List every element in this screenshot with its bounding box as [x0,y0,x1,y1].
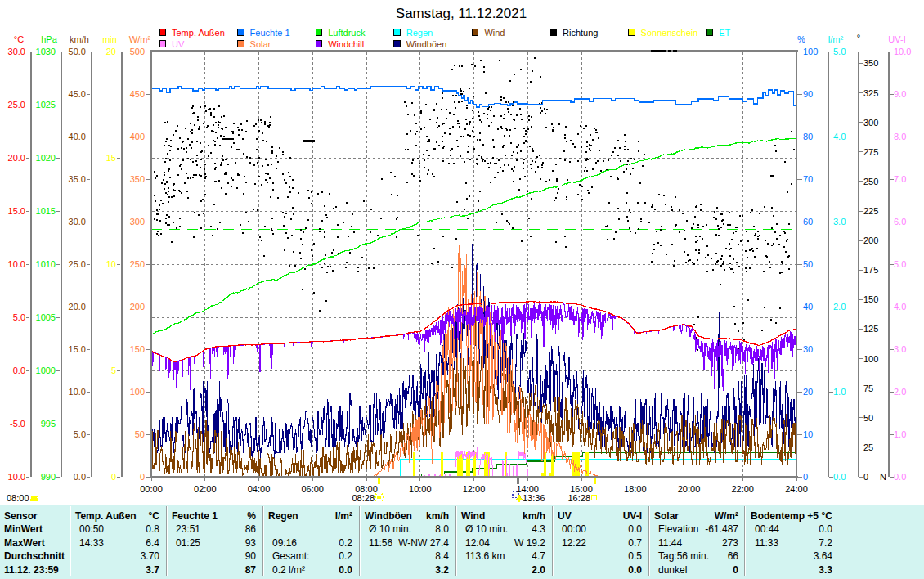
svg-text:Tag:56 min.: Tag:56 min. [658,550,709,562]
svg-text:100: 100 [803,47,818,56]
svg-text:min: min [102,34,117,44]
svg-text:30: 30 [803,344,813,354]
svg-text:8.0: 8.0 [894,132,906,141]
svg-text:15.0: 15.0 [8,206,25,216]
svg-text:90: 90 [245,550,257,562]
svg-text:20.0: 20.0 [8,153,25,163]
svg-text:1.0: 1.0 [833,387,846,397]
svg-text:275: 275 [863,147,878,157]
svg-text:04:00: 04:00 [248,484,271,494]
svg-text:80: 80 [803,132,813,141]
svg-text:40: 40 [803,302,813,312]
svg-text:35.0: 35.0 [69,174,86,184]
svg-text:3.64: 3.64 [814,550,833,562]
svg-text:450: 450 [130,89,145,99]
svg-text:Solar: Solar [654,510,679,522]
svg-text:Temp. Außen: Temp. Außen [172,28,225,38]
svg-text:Samstag, 11.12.2021: Samstag, 11.12.2021 [396,6,527,21]
svg-text:60: 60 [803,217,813,227]
svg-text:11:56: 11:56 [369,537,392,549]
svg-text:86: 86 [245,523,257,535]
svg-text:Regen: Regen [268,510,298,522]
svg-text:20: 20 [106,47,116,56]
svg-text:0: 0 [803,472,808,482]
svg-text:0: 0 [863,472,868,482]
svg-text:10: 10 [106,259,116,269]
svg-text:0: 0 [140,472,145,482]
svg-text:25.0: 25.0 [8,100,25,110]
svg-text:23:51: 23:51 [176,523,200,535]
svg-text:Gesamt:: Gesamt: [272,550,309,562]
svg-text:Regen: Regen [406,28,433,38]
svg-text:Feuchte 1: Feuchte 1 [250,28,290,38]
svg-text:Richtung: Richtung [563,28,598,38]
svg-text:hPa: hPa [41,34,57,44]
svg-text:N: N [880,472,886,482]
svg-text:Wind: Wind [484,28,505,38]
svg-text:25: 25 [863,442,873,452]
svg-text:10:00: 10:00 [409,484,432,494]
svg-text:18:00: 18:00 [624,484,647,494]
svg-text:02:00: 02:00 [194,484,217,494]
svg-text:1010: 1010 [36,259,56,269]
svg-text:70: 70 [803,174,813,184]
svg-text:10: 10 [803,429,813,439]
svg-text:400: 400 [130,132,145,141]
svg-text:W-NW 27.4: W-NW 27.4 [398,537,449,549]
svg-text:10.0: 10.0 [894,47,911,56]
svg-text:dunkel: dunkel [658,564,687,576]
svg-text:0.0: 0.0 [13,366,25,375]
svg-text:Windchill: Windchill [328,39,364,49]
svg-text:-61.487: -61.487 [705,523,738,535]
svg-text:13:36: 13:36 [523,493,545,503]
svg-text:5.0: 5.0 [833,47,846,56]
svg-text:350: 350 [130,174,145,184]
svg-text:UV-I: UV-I [888,34,905,44]
svg-text:25.0: 25.0 [69,259,86,269]
svg-text:00:00: 00:00 [140,484,163,494]
svg-text:Wind: Wind [461,510,485,522]
svg-text:0.0: 0.0 [833,472,846,482]
svg-text:12:00: 12:00 [463,484,486,494]
svg-text:0: 0 [111,472,116,482]
svg-text:°C: °C [149,510,160,522]
svg-text:2.0: 2.0 [833,302,846,312]
svg-text:°: ° [857,33,860,43]
svg-text:Sonnenschein: Sonnenschein [641,28,698,38]
svg-text:1.0: 1.0 [894,429,906,439]
svg-text:08:00: 08:00 [7,493,29,503]
svg-text:50: 50 [863,413,873,423]
svg-text:2.0: 2.0 [894,387,906,397]
svg-text:08:28: 08:28 [352,493,375,503]
svg-text:45.0: 45.0 [69,89,86,99]
svg-text:20.0: 20.0 [69,302,86,312]
svg-text:UV: UV [558,510,572,522]
svg-text:l/m²: l/m² [335,510,352,522]
svg-text:00:00: 00:00 [562,523,586,535]
svg-text:990: 990 [41,472,56,482]
svg-text:4.0: 4.0 [894,302,906,312]
svg-text:100: 100 [863,354,878,364]
svg-text:100: 100 [130,387,145,397]
svg-text:00:44: 00:44 [755,523,779,535]
svg-text:113.6 km: 113.6 km [465,550,505,562]
svg-text:Ø 10 min.: Ø 10 min. [465,523,508,535]
svg-text:km/h: km/h [426,510,449,522]
svg-text:1005: 1005 [36,312,56,322]
svg-text:km/h: km/h [70,34,89,44]
svg-text:3.0: 3.0 [894,344,906,354]
svg-text:1020: 1020 [36,153,56,163]
svg-text:273: 273 [722,537,738,549]
svg-text:0.0: 0.0 [339,564,352,576]
svg-text:1025: 1025 [36,100,56,110]
svg-text:W/m²: W/m² [129,34,151,44]
svg-text:30.0: 30.0 [8,47,25,56]
svg-text:7.0: 7.0 [894,174,906,184]
svg-text:30.0: 30.0 [69,217,86,227]
svg-text:Elevation: Elevation [658,523,698,535]
svg-text:12:22: 12:22 [562,537,586,549]
svg-text:Windböen: Windböen [406,39,447,49]
svg-text:350: 350 [863,58,878,68]
svg-text:50: 50 [135,429,145,439]
svg-text:0: 0 [733,564,738,576]
